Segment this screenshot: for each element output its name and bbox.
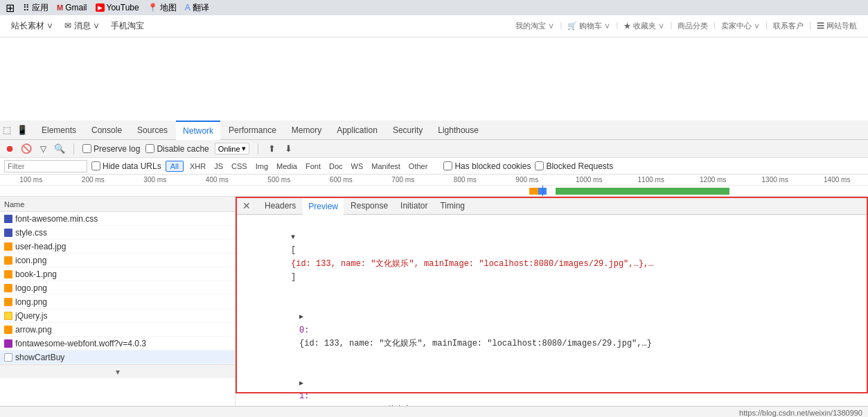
filter-icon[interactable]: ▽ xyxy=(37,143,48,154)
has-blocked-cookies-input[interactable] xyxy=(443,161,452,170)
json-bracket-0: [ xyxy=(291,245,296,255)
page-content xyxy=(0,37,868,121)
json-key-1: 0: xyxy=(299,326,315,335)
nav-item-messages[interactable]: ✉ 消息 ∨ xyxy=(64,20,100,32)
file-row-arrow[interactable]: arrow.png xyxy=(0,323,235,337)
file-icon-js-1 xyxy=(4,312,12,320)
file-icon-css-1 xyxy=(4,215,12,223)
nav-item-stationmaster[interactable]: 站长素材 ∨ xyxy=(11,20,53,32)
youtube-icon: ▶ xyxy=(96,3,105,12)
tab-application[interactable]: Application xyxy=(330,121,384,140)
throttle-select[interactable]: Online ▾ xyxy=(215,143,249,154)
filter-type-css[interactable]: CSS xyxy=(229,162,249,170)
detail-content: ▼ [ {id: 133, name: "文化娱乐", mainImage: "… xyxy=(236,215,868,406)
preserve-log-checkbox[interactable]: Preserve log xyxy=(82,144,140,154)
has-blocked-cookies-checkbox[interactable]: Has blocked cookies xyxy=(443,161,531,171)
tab-translate[interactable]: A 翻译 xyxy=(185,2,209,14)
toolbar-sep-1 xyxy=(73,143,74,154)
filter-type-font[interactable]: Font xyxy=(303,162,323,170)
device-icon[interactable]: 📱 xyxy=(17,125,28,135)
nav-divider-4: | xyxy=(714,21,716,31)
filter-type-ws[interactable]: WS xyxy=(349,162,366,170)
export-har-button[interactable]: ⬇ xyxy=(283,143,294,154)
file-row-jquery[interactable]: jQuery.js xyxy=(0,309,235,323)
tab-gmail[interactable]: M Gmail xyxy=(57,3,87,12)
search-icon[interactable]: 🔍 xyxy=(54,143,65,154)
file-row-showcartbuy[interactable]: showCartBuy xyxy=(0,351,235,364)
tab-memory[interactable]: Memory xyxy=(285,121,328,140)
expand-arrow-2[interactable]: ▶ xyxy=(299,378,308,389)
apps-grid-icon: ⠿ xyxy=(23,3,30,13)
waterfall-bar-green xyxy=(556,188,729,195)
tab-apps[interactable]: ⠿ 应用 xyxy=(23,2,48,14)
json-line-0: ▼ [ {id: 133, name: "文化娱乐", mainImage: "… xyxy=(241,218,862,297)
tl-700: 700 ms xyxy=(372,176,434,184)
filter-type-doc[interactable]: Doc xyxy=(327,162,345,170)
tab-lighthouse[interactable]: Lighthouse xyxy=(431,121,486,140)
detail-tab-headers[interactable]: Headers xyxy=(259,197,301,215)
tl-400: 400 ms xyxy=(186,176,249,184)
filter-type-js[interactable]: JS xyxy=(212,162,225,170)
filter-type-img[interactable]: Img xyxy=(254,162,270,170)
blocked-requests-checkbox[interactable]: Blocked Requests xyxy=(535,161,613,171)
detail-tab-initiator[interactable]: Initiator xyxy=(395,197,433,215)
tab-sources[interactable]: Sources xyxy=(130,121,175,140)
detail-tab-timing[interactable]: Timing xyxy=(434,197,470,215)
tab-network[interactable]: Network xyxy=(176,121,220,140)
file-icon-woff-1 xyxy=(4,339,12,348)
nav-seller-center[interactable]: 卖家中心 ∨ xyxy=(721,21,760,31)
tab-maps[interactable]: 📍 地图 xyxy=(148,2,177,14)
filter-type-other[interactable]: Other xyxy=(407,162,430,170)
hide-data-urls-input[interactable] xyxy=(91,161,100,170)
file-icon-xhr-1 xyxy=(4,353,12,362)
nav-item-mobile-taobao[interactable]: 手机淘宝 xyxy=(111,20,144,32)
file-row-long[interactable]: long.png xyxy=(0,295,235,309)
filter-type-media[interactable]: Media xyxy=(274,162,299,170)
apps-icon[interactable]: ⊞ xyxy=(6,1,15,15)
tab-security[interactable]: Security xyxy=(386,121,429,140)
import-har-button[interactable]: ⬆ xyxy=(267,143,278,154)
record-button[interactable]: ⏺ xyxy=(4,143,15,154)
tab-youtube[interactable]: ▶ YouTube xyxy=(96,3,139,12)
nav-contact[interactable]: 联系客户 xyxy=(773,21,804,31)
detail-tab-preview[interactable]: Preview xyxy=(303,197,344,215)
nav-product-category[interactable]: 商品分类 xyxy=(677,21,708,31)
expand-arrow-0[interactable]: ▼ xyxy=(291,232,299,243)
filter-type-all[interactable]: All xyxy=(166,161,184,172)
detail-tab-response[interactable]: Response xyxy=(345,197,393,215)
nav-sitemap[interactable]: ☰ 网站导航 xyxy=(817,21,857,31)
file-icon-img-2 xyxy=(4,256,12,265)
hide-data-urls-checkbox[interactable]: Hide data URLs xyxy=(91,161,161,171)
file-icon-css-2 xyxy=(4,229,12,237)
nav-cart[interactable]: 🛒 购物车 ∨ xyxy=(567,21,610,31)
scroll-down-arrow[interactable]: ▾ xyxy=(0,364,235,378)
preserve-log-input[interactable] xyxy=(82,144,91,153)
expand-arrow-1[interactable]: ▶ xyxy=(299,312,308,323)
inspect-icon[interactable]: ⬚ xyxy=(3,125,11,135)
clear-button[interactable]: 🚫 xyxy=(21,143,32,154)
tab-performance[interactable]: Performance xyxy=(222,121,283,140)
disable-cache-checkbox[interactable]: Disable cache xyxy=(145,144,209,154)
disable-cache-input[interactable] xyxy=(145,144,154,153)
filter-input[interactable] xyxy=(4,160,87,172)
file-row-style[interactable]: style.css xyxy=(0,226,235,240)
filter-type-manifest[interactable]: Manifest xyxy=(369,162,402,170)
json-val-1: {id: 133, name: "文化娱乐", mainImage: "loca… xyxy=(299,339,652,348)
blocked-requests-input[interactable] xyxy=(535,161,544,170)
file-row-icon[interactable]: icon.png xyxy=(0,254,235,267)
tl-1100: 1100 ms xyxy=(620,176,682,184)
filter-type-xhr[interactable]: XHR xyxy=(188,162,208,170)
toolbar-sep-2 xyxy=(258,143,258,154)
file-row-logo[interactable]: logo.png xyxy=(0,281,235,295)
file-row-font-awesome[interactable]: font-awesome.min.css xyxy=(0,212,235,226)
detail-tabs: ✕ Headers Preview Response Initiator Tim… xyxy=(236,197,868,215)
tab-console[interactable]: Console xyxy=(85,121,129,140)
nav-my-taobao[interactable]: 我的淘宝 ∨ xyxy=(515,21,554,31)
file-row-fontawesome-woff[interactable]: fontawesome-webfont.woff?v=4.0.3 xyxy=(0,337,235,351)
file-row-book[interactable]: book-1.png xyxy=(0,267,235,281)
file-row-user-head[interactable]: user-head.jpg xyxy=(0,240,235,254)
nav-favorites[interactable]: ★ 收藏夹 ∨ xyxy=(623,21,664,31)
tab-elements[interactable]: Elements xyxy=(35,121,83,140)
nav-divider-1: | xyxy=(560,21,562,31)
detail-close-button[interactable]: ✕ xyxy=(238,200,255,211)
